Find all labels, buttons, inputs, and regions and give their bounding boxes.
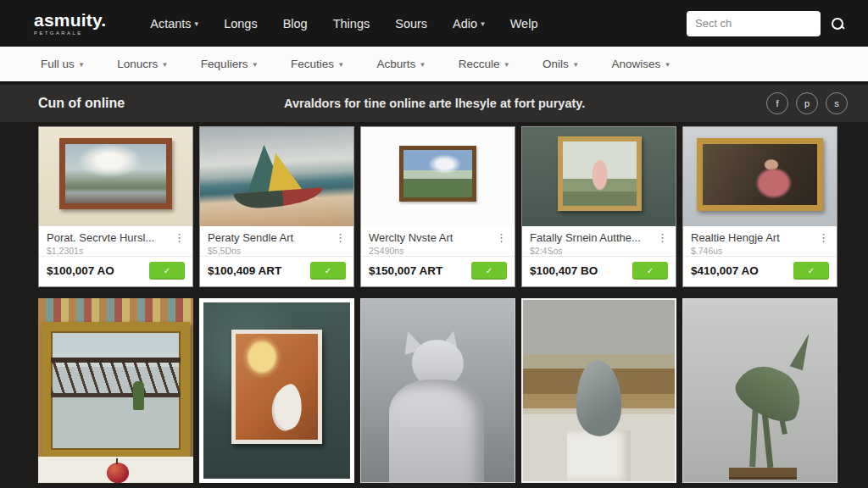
art-leg-shape [749,405,759,468]
share-icon[interactable]: s [826,92,848,114]
kebab-menu-icon[interactable]: ⋮ [492,231,507,244]
artwork-title: Realtie Hengje Art [691,231,815,244]
section-header: Cun of online Avraldors for tine online … [0,85,868,122]
filter-fecuties[interactable]: Fecuties ▾ [291,58,343,70]
artwork-title: Fatally Srnein Autthe... [530,231,654,244]
filter-full-us[interactable]: Full us ▾ [41,58,83,70]
buy-button[interactable]: ✓ [793,262,829,280]
art-leg-shape [762,413,774,468]
artwork-title: Peraty Sendle Art [208,231,331,244]
filter-acburts[interactable]: Acburts ▾ [376,58,424,70]
chevron-down-icon: ▾ [80,60,84,69]
chevron-down-icon: ▾ [195,19,199,28]
buy-button[interactable]: ✓ [632,262,668,280]
filter-label: Fecuties [291,58,334,70]
gallery-image-bridge-painting[interactable] [38,298,193,483]
chevron-down-icon: ▾ [339,60,343,69]
product-card: Realtie Hengje Art ⋮ $.746us $410,007 AO… [682,126,837,287]
filter-label: Fequliers [201,58,248,70]
artwork-subtitle: $2:4Sos [522,246,676,256]
artwork-subtitle: $1,2301s [39,246,192,256]
nav-item-actants[interactable]: Actants ▾ [150,17,198,30]
nav-label: Adio [453,17,477,30]
chevron-down-icon: ▾ [665,60,670,69]
artwork-subtitle: 2S490ns [361,246,515,256]
filter-label: Acburts [376,58,415,70]
art-swan-shape [270,383,304,431]
gallery-row [38,298,837,483]
nav-item-blog[interactable]: Blog [283,17,308,30]
art-frame-shape [42,322,191,458]
art-pedestal-shape [567,430,631,481]
artwork-image[interactable] [683,127,837,226]
art-frame-shape [59,138,173,209]
art-frame-shape [558,136,643,212]
filter-onils[interactable]: Onils ▾ [542,58,577,70]
filter-label: Full us [41,58,75,70]
nav-item-welp[interactable]: Welp [510,17,538,30]
site-logo[interactable]: asmuity. PETGARALE [34,11,106,36]
card-info: Realtie Hengje Art ⋮ [683,226,837,246]
artwork-title: Porat. Secrvte Hursl... [47,231,170,244]
artwork-image[interactable] [39,127,192,226]
gallery-image-horned-figure[interactable] [682,298,837,483]
filter-lonucrs[interactable]: Lonucrs ▾ [117,58,167,70]
pinterest-icon[interactable]: p [796,92,818,114]
card-info: Peraty Sendle Art ⋮ [200,226,353,246]
kebab-menu-icon[interactable]: ⋮ [815,231,829,244]
filter-anowises[interactable]: Anowises ▾ [611,58,669,70]
kebab-menu-icon[interactable]: ⋮ [170,231,185,244]
page-title: Cun of online [38,96,125,111]
card-info: Werclty Nvste Art ⋮ [361,226,515,246]
artwork-image[interactable] [200,127,353,226]
kebab-menu-icon[interactable]: ⋮ [654,231,668,244]
price-row: $100,007 AO ✓ [39,256,192,286]
filter-label: Onils [542,58,569,70]
art-base-shape [729,468,797,477]
nav-label: Actants [150,17,191,30]
artwork-image[interactable] [522,127,676,226]
filter-fequliers[interactable]: Fequliers ▾ [201,58,257,70]
facebook-icon[interactable]: f [766,92,788,114]
price-row: $100,409 ART ✓ [200,256,353,286]
artwork-title: Werclty Nvste Art [369,231,492,244]
filter-label: Lonucrs [117,58,158,70]
price-label: $100,007 AO [47,264,114,277]
buy-button[interactable]: ✓ [471,262,507,280]
product-card: Peraty Sendle Art ⋮ $5,5Dos $100,409 ART… [199,126,354,287]
price-row: $150,007 ART ✓ [361,256,515,286]
nav-item-longs[interactable]: Longs [224,17,258,30]
chevron-down-icon: ▾ [481,19,485,28]
section-subtitle: Avraldors for tine online arte lhesyle a… [284,97,585,110]
filter-reccule[interactable]: Reccule ▾ [459,58,509,70]
filter-navigation-bar: Full us ▾ Lonucrs ▾ Fequliers ▾ Fecuties… [0,47,868,83]
chevron-down-icon: ▾ [574,60,578,69]
art-figure-shape [133,381,144,410]
search-icon[interactable] [831,17,844,30]
top-menu: Actants ▾ Longs Blog Things Sours Adio ▾… [150,17,537,30]
price-label: $100,407 BO [530,264,598,277]
gallery-image-cat-sculpture[interactable] [360,298,515,483]
nav-item-sours[interactable]: Sours [395,17,427,30]
art-head-shape [576,360,622,436]
chevron-down-icon: ▾ [420,60,425,69]
artwork-subtitle: $5,5Dos [200,246,353,256]
nav-item-things[interactable]: Things [333,17,370,30]
buy-button[interactable]: ✓ [149,262,185,280]
kebab-menu-icon[interactable]: ⋮ [331,231,346,244]
top-navigation-bar: asmuity. PETGARALE Actants ▾ Longs Blog … [0,0,868,47]
art-table-shape [38,457,193,483]
nav-label: Longs [224,17,258,30]
price-label: $100,409 ART [208,264,281,277]
art-frame-shape [231,330,321,444]
buy-button[interactable]: ✓ [310,262,346,280]
artwork-subtitle: $.746us [683,246,837,256]
price-label: $150,007 ART [369,264,442,277]
gallery-image-swan-painting[interactable] [199,298,354,483]
search-input[interactable] [687,11,821,36]
artwork-image[interactable] [361,127,515,226]
gallery-image-head-bust[interactable] [521,298,676,483]
art-torso-shape [389,380,484,483]
filter-label: Reccule [459,58,500,70]
nav-item-adio[interactable]: Adio ▾ [453,17,485,30]
